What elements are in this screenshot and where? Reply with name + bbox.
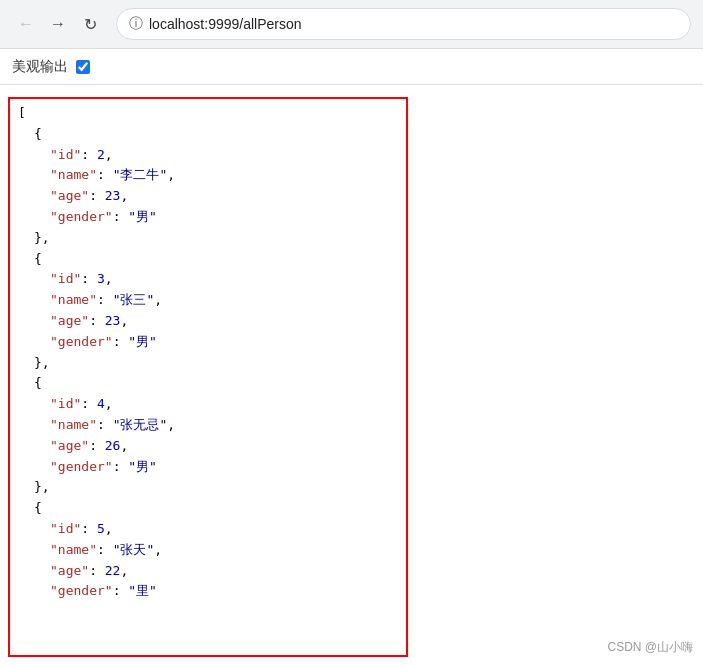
back-button[interactable]: ← (12, 10, 40, 38)
info-icon: ⓘ (129, 15, 143, 33)
browser-chrome: ← → ↻ ⓘ localhost:9999/allPerson (0, 0, 703, 49)
beautify-checkbox[interactable] (76, 60, 90, 74)
main-content: [ { "id": 2, "name": "李二牛", "age": 23, "… (0, 85, 703, 666)
browser-toolbar: ← → ↻ ⓘ localhost:9999/allPerson (0, 0, 703, 48)
reload-button[interactable]: ↻ (76, 10, 104, 38)
toolbar-label: 美观输出 (12, 58, 68, 76)
forward-button[interactable]: → (44, 10, 72, 38)
watermark: CSDN @山小嗨 (607, 639, 693, 656)
json-container: [ { "id": 2, "name": "李二牛", "age": 23, "… (8, 97, 408, 657)
url-text: localhost:9999/allPerson (149, 16, 302, 32)
page-toolbar: 美观输出 (0, 49, 703, 85)
nav-buttons: ← → ↻ (12, 10, 104, 38)
address-bar[interactable]: ⓘ localhost:9999/allPerson (116, 8, 691, 40)
